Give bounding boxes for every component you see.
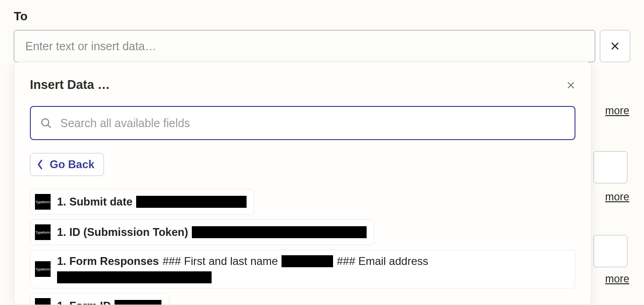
close-icon [610, 41, 620, 51]
go-back-button[interactable]: Go Back [30, 153, 104, 176]
redacted-value [282, 255, 333, 267]
search-icon [40, 117, 52, 129]
typeform-icon: Typeform [35, 224, 51, 240]
field-text: 1. Submit date [57, 195, 247, 208]
search-input[interactable] [60, 117, 565, 130]
field-item[interactable]: Typeform1. Form ID [30, 293, 169, 305]
field-item[interactable]: Typeform1. Form Responses### First and l… [30, 250, 575, 288]
more-link[interactable]: more [605, 105, 629, 117]
chevron-left-icon [37, 159, 43, 170]
field-text: 1. ID (Submission Token) [57, 226, 367, 239]
background-input[interactable] [593, 151, 627, 183]
redacted-value [57, 271, 212, 283]
to-label: To [14, 9, 630, 23]
popover-close-button[interactable] [566, 81, 575, 90]
go-back-label: Go Back [50, 158, 94, 171]
typeform-icon: Typeform [35, 261, 51, 277]
typeform-icon: Typeform [35, 298, 51, 305]
typeform-icon: Typeform [35, 194, 51, 210]
search-container[interactable] [30, 106, 575, 140]
field-text: 1. Form Responses### First and last name… [57, 255, 568, 283]
redacted-value [192, 226, 367, 238]
more-link[interactable]: more [605, 273, 629, 285]
to-input[interactable] [14, 30, 595, 62]
insert-data-popover: Insert Data … Go Back Typefo [14, 62, 592, 305]
field-text: 1. Form ID [57, 299, 161, 305]
more-link[interactable]: more [605, 191, 629, 203]
svg-line-5 [48, 125, 50, 127]
clear-button[interactable] [600, 30, 630, 62]
field-item[interactable]: Typeform1. ID (Submission Token) [30, 219, 374, 245]
popover-title: Insert Data … [30, 78, 110, 92]
redacted-value [115, 300, 161, 305]
field-item[interactable]: Typeform1. Submit date [30, 189, 254, 215]
close-icon [566, 81, 575, 90]
redacted-value [136, 196, 247, 208]
background-input[interactable] [593, 235, 627, 267]
